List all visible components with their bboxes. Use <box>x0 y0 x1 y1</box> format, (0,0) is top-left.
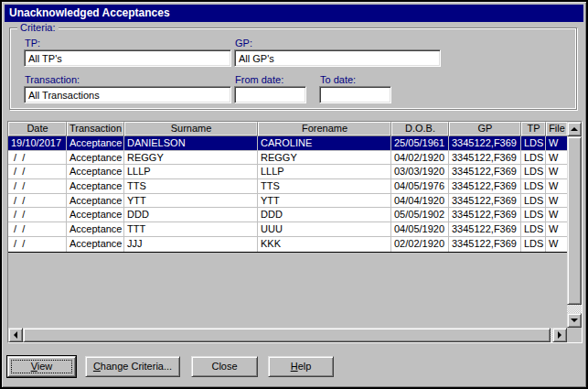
horizontal-scroll-thumb[interactable] <box>23 328 551 342</box>
table-row[interactable]: / /AcceptanceTTSTTS04/05/19763345122,F36… <box>8 179 567 194</box>
cell-file: W <box>546 222 567 236</box>
vertical-scroll-thumb[interactable] <box>567 136 582 305</box>
criteria-group-label: Criteria: <box>17 22 59 34</box>
cell-date: / / <box>8 208 67 222</box>
cell-transaction: Acceptance <box>67 136 124 150</box>
cell-tp: LDS <box>521 165 546 178</box>
cell-dob: 25/05/1961 <box>391 136 449 150</box>
cell-surname: YTT <box>124 194 258 208</box>
cell-dob: 04/02/1920 <box>391 151 449 165</box>
cell-forename: TTS <box>258 179 391 193</box>
vertical-scrollbar[interactable] <box>567 122 582 328</box>
up-arrow-icon <box>571 127 578 131</box>
cell-dob: 04/05/1920 <box>391 222 449 236</box>
cell-gp: 3345122,F369 <box>449 222 521 236</box>
cell-transaction: Acceptance <box>67 165 124 178</box>
cell-date: / / <box>8 222 67 236</box>
cell-dob: 02/02/1920 <box>391 237 449 252</box>
left-arrow-icon <box>14 331 17 339</box>
cell-file: W <box>546 194 567 208</box>
scroll-down-button[interactable] <box>567 313 582 328</box>
right-arrow-icon <box>558 331 561 339</box>
cell-tp: LDS <box>521 179 546 193</box>
transaction-input[interactable] <box>24 86 231 103</box>
tp-label: TP: <box>25 38 40 49</box>
cell-surname: LLLP <box>124 165 258 178</box>
table-row[interactable]: / /AcceptanceREGGYREGGY04/02/19203345122… <box>8 151 567 166</box>
cell-date: 19/10/2017 <box>8 136 67 150</box>
title-bar[interactable]: Unacknowledged Acceptances <box>5 5 583 22</box>
cell-file: W <box>546 136 567 150</box>
cell-forename: YTT <box>258 194 391 208</box>
cell-tp: LDS <box>521 222 546 236</box>
cell-gp: 3345122,F369 <box>449 237 521 252</box>
table-row[interactable]: / /AcceptanceDDDDDD05/05/19023345122,F36… <box>8 208 567 222</box>
column-header-tp[interactable]: TP <box>521 122 546 136</box>
cell-dob: 05/05/1902 <box>391 208 449 222</box>
cell-tp: LDS <box>521 194 546 208</box>
cell-dob: 03/03/1920 <box>391 165 449 178</box>
transaction-label: Transaction: <box>25 74 80 85</box>
cell-forename: CAROLINE <box>258 136 391 150</box>
table-row[interactable]: / /AcceptanceYTTYTT04/04/19203345122,F36… <box>8 194 567 209</box>
cell-tp: LDS <box>521 151 546 165</box>
from-date-label: From date: <box>235 74 283 85</box>
cell-file: W <box>546 151 567 165</box>
cell-date: / / <box>8 179 67 193</box>
cell-transaction: Acceptance <box>67 151 124 165</box>
cell-forename: REGGY <box>258 151 391 165</box>
cell-dob: 04/04/1920 <box>391 194 449 208</box>
tp-input[interactable] <box>24 49 231 67</box>
table-header: Date Transaction Surname Forename D.O.B.… <box>8 122 567 136</box>
cell-surname: DDD <box>124 208 258 222</box>
table-row[interactable]: / /AcceptanceJJJKKK02/02/19203345122,F36… <box>8 237 567 252</box>
cell-date: / / <box>8 194 67 208</box>
results-table: Date Transaction Surname Forename D.O.B.… <box>7 121 583 343</box>
cell-forename: KKK <box>258 237 391 252</box>
cell-tp: LDS <box>521 136 546 150</box>
column-header-surname[interactable]: Surname <box>124 122 258 136</box>
cell-gp: 3345122,F369 <box>449 208 521 222</box>
dialog-window: Unacknowledged Acceptances Criteria: TP:… <box>0 0 588 389</box>
scroll-left-button[interactable] <box>8 328 23 342</box>
cell-surname: TTT <box>124 222 258 236</box>
close-button[interactable]: Close <box>191 356 258 377</box>
gp-input[interactable] <box>234 49 441 67</box>
cell-surname: TTS <box>124 179 258 193</box>
cell-tp: LDS <box>521 237 546 252</box>
table-row[interactable]: / /AcceptanceTTTUUU04/05/19203345122,F36… <box>8 222 567 237</box>
change-criteria-button[interactable]: Change Criteria... <box>85 356 180 377</box>
scroll-right-button[interactable] <box>552 328 567 342</box>
table-row[interactable]: 19/10/2017AcceptanceDANIELSONCAROLINE25/… <box>8 136 567 151</box>
column-header-dob[interactable]: D.O.B. <box>391 122 449 136</box>
cell-transaction: Acceptance <box>67 179 124 193</box>
to-date-input[interactable] <box>319 86 391 103</box>
cell-forename: UUU <box>258 222 391 236</box>
column-header-transaction[interactable]: Transaction <box>67 122 124 136</box>
help-button[interactable]: Help <box>268 356 334 377</box>
cell-forename: DDD <box>258 208 391 222</box>
cell-file: W <box>546 237 567 252</box>
down-arrow-icon <box>571 319 578 322</box>
scroll-up-button[interactable] <box>567 122 582 136</box>
column-header-forename[interactable]: Forename <box>258 122 391 136</box>
cell-gp: 3345122,F369 <box>449 179 521 193</box>
table-body: 19/10/2017AcceptanceDANIELSONCAROLINE25/… <box>8 136 567 253</box>
table-row[interactable]: / /AcceptanceLLLPLLLP03/03/19203345122,F… <box>8 165 567 179</box>
cell-transaction: Acceptance <box>67 237 124 252</box>
cell-gp: 3345122,F369 <box>449 151 521 165</box>
cell-gp: 3345122,F369 <box>449 165 521 178</box>
column-header-file[interactable]: File <box>546 122 567 136</box>
window-title: Unacknowledged Acceptances <box>9 6 170 19</box>
column-header-gp[interactable]: GP <box>449 122 521 136</box>
cell-file: W <box>546 179 567 193</box>
horizontal-scrollbar[interactable] <box>8 328 567 342</box>
cell-tp: LDS <box>521 208 546 222</box>
cell-transaction: Acceptance <box>67 194 124 208</box>
view-button[interactable]: View <box>7 356 76 377</box>
cell-dob: 04/05/1976 <box>391 179 449 193</box>
column-header-date[interactable]: Date <box>8 122 67 136</box>
from-date-input[interactable] <box>234 86 306 103</box>
to-date-label: To date: <box>320 74 356 85</box>
cell-file: W <box>546 165 567 178</box>
